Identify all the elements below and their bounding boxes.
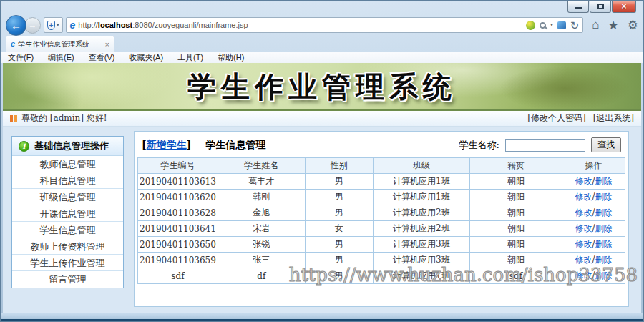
content-area: i 基础信息管理操作 教师信息管理科目信息管理班级信息管理开课信息管理学生信息管… xyxy=(3,127,641,313)
edit-link[interactable]: 修改 xyxy=(575,270,592,280)
cell-class: 计算机应用2班 xyxy=(373,205,469,221)
logout-link[interactable]: [退出系统] xyxy=(593,112,634,125)
delete-link[interactable]: 删除 xyxy=(595,208,612,218)
edit-link[interactable]: 修改 xyxy=(575,223,592,233)
table-row: 20190401103613葛丰才男计算机应用1班朝阳修改/删除 xyxy=(138,174,625,190)
student-table-body: 20190401103613葛丰才男计算机应用1班朝阳修改/删除20190401… xyxy=(138,174,625,284)
delete-link[interactable]: 删除 xyxy=(595,270,612,280)
settings-gear-icon[interactable]: ⚙ xyxy=(628,18,638,33)
sidebar-item[interactable]: 学生信息管理 xyxy=(12,222,123,238)
delete-link[interactable]: 删除 xyxy=(595,223,612,233)
cell-class: 计算机应用3班 xyxy=(373,237,469,253)
main-panel: [新增学生] 学生信息管理 学生名称: 查找 学生编号 xyxy=(134,131,629,307)
cell-class: 计算机应用2班 xyxy=(373,221,469,237)
toolbar-right-icons: ⌂ ★ ⚙ xyxy=(592,18,638,33)
menu-item-edit[interactable]: 编辑(E) xyxy=(48,52,74,63)
cell-name: 张锐 xyxy=(218,237,305,253)
delete-link[interactable]: 删除 xyxy=(595,176,612,186)
table-row: 20190401103659张三男计算机应用3班朝阳修改/删除 xyxy=(138,253,625,268)
panel-header: [新增学生] 学生信息管理 学生名称: 查找 xyxy=(135,132,628,157)
header-gender: 性别 xyxy=(305,158,373,174)
cell-name: 葛丰才 xyxy=(218,174,305,190)
header-student-name: 学生姓名 xyxy=(218,158,305,174)
cell-class: 计算机应用1班 xyxy=(373,190,469,205)
compatibility-button[interactable]: + ▾ xyxy=(44,17,63,33)
cell-gender: 女 xyxy=(305,221,373,237)
browser-tab[interactable]: e 学生作业信息管理系统 × xyxy=(6,36,114,52)
edit-link[interactable]: 修改 xyxy=(575,255,592,265)
cell-operations: 修改/删除 xyxy=(562,268,625,284)
search-label: 学生名称: xyxy=(459,139,499,152)
sidebar-item[interactable]: 教师信息管理 xyxy=(12,156,123,172)
delete-link[interactable]: 删除 xyxy=(595,192,612,202)
edit-link[interactable]: 修改 xyxy=(575,208,592,218)
sidebar-item[interactable]: 班级信息管理 xyxy=(12,189,123,205)
cell-origin: 朝阳 xyxy=(470,221,562,237)
back-button[interactable]: ← xyxy=(6,15,26,36)
sidebar-item[interactable]: 学生上传作业管理 xyxy=(12,255,123,271)
edit-link[interactable]: 修改 xyxy=(575,176,592,186)
cell-operations: 修改/删除 xyxy=(562,237,625,253)
add-student-link[interactable]: 新增学生 xyxy=(147,139,187,150)
search-dropdown-icon[interactable]: ▾ xyxy=(550,22,553,28)
tab-close-icon[interactable]: × xyxy=(105,40,109,49)
maximize-button[interactable] xyxy=(590,1,611,13)
search-group: 学生名称: 查找 xyxy=(459,137,621,152)
cell-id: sdf xyxy=(138,268,218,284)
address-bar[interactable]: e http://localhost:8080/zuoyeguanli/main… xyxy=(66,17,584,33)
student-table: 学生编号 学生姓名 性别 班级 籍贯 操作 20190401103613葛丰才男… xyxy=(137,157,625,284)
menu-item-tools[interactable]: 工具(T) xyxy=(177,52,203,63)
ie-favicon-icon: e xyxy=(11,40,15,48)
cell-origin: 朝阳 xyxy=(470,174,562,190)
header-class: 班级 xyxy=(373,158,469,174)
search-provider-icon[interactable] xyxy=(557,21,566,29)
menu-item-file[interactable]: 文件(F) xyxy=(8,52,34,63)
ie-logo-icon: e xyxy=(70,20,76,30)
search-icon[interactable] xyxy=(540,22,546,29)
minimize-button[interactable] xyxy=(567,1,589,13)
forward-button[interactable]: → xyxy=(24,17,41,34)
delete-link[interactable]: 删除 xyxy=(595,239,612,249)
cell-origin: 朝阳 xyxy=(470,205,562,221)
cell-gender: 男 xyxy=(305,205,373,221)
back-icon: ← xyxy=(11,19,21,31)
address-bar-icons: ▾ ↻ xyxy=(526,20,579,31)
delete-link[interactable]: 删除 xyxy=(595,255,612,265)
user-links: [修改个人密码] [退出系统] xyxy=(527,112,634,125)
table-header-row: 学生编号 学生姓名 性别 班级 籍贯 操作 xyxy=(138,158,625,174)
menu-item-favorites[interactable]: 收藏夹(A) xyxy=(129,52,163,63)
student-name-input[interactable] xyxy=(505,139,585,152)
sidebar-item[interactable]: 教师上传资料管理 xyxy=(12,238,123,255)
search-button[interactable]: 查找 xyxy=(591,137,621,152)
header-student-id: 学生编号 xyxy=(138,158,218,174)
edit-link[interactable]: 修改 xyxy=(575,192,592,202)
sidebar-item[interactable]: 开课信息管理 xyxy=(12,205,123,222)
site-banner: 学生作业管理系统 学生作业管理系统 xyxy=(3,63,641,111)
maximize-icon xyxy=(597,4,604,9)
sidebar-item[interactable]: 留言管理 xyxy=(12,271,123,288)
change-password-link[interactable]: [修改个人密码] xyxy=(527,112,585,125)
cell-name: df xyxy=(218,268,305,284)
url-host: localhost xyxy=(98,21,132,29)
sidebar-item[interactable]: 科目信息管理 xyxy=(12,172,123,189)
cell-class: 计算机应用1班 xyxy=(373,268,469,284)
welcome-bullet-icon xyxy=(10,115,13,122)
cell-origin: 朝阳 xyxy=(470,190,562,205)
cell-origin: sdf xyxy=(470,268,562,284)
table-row: 20190401103650张锐男计算机应用3班朝阳修改/删除 xyxy=(138,237,625,253)
menu-item-help[interactable]: 帮助(H) xyxy=(218,52,244,63)
cell-class: 计算机应用3班 xyxy=(373,253,469,268)
add-student-group: [新增学生] xyxy=(142,139,191,152)
refresh-icon[interactable]: ↻ xyxy=(570,20,580,31)
table-row: 20190401103628金旭男计算机应用2班朝阳修改/删除 xyxy=(138,205,625,221)
close-button[interactable]: × xyxy=(612,1,636,13)
edit-link[interactable]: 修改 xyxy=(575,239,592,249)
menu-item-view[interactable]: 查看(V) xyxy=(89,52,115,63)
table-row: 20190401103620韩刚男计算机应用1班朝阳修改/删除 xyxy=(138,190,625,205)
home-icon[interactable]: ⌂ xyxy=(592,18,599,32)
site-icon[interactable] xyxy=(526,21,535,30)
user-bar: 尊敬的 [admin] 您好! [修改个人密码] [退出系统] xyxy=(3,111,641,127)
url-path: :8080/zuoyeguanli/mainframe.jsp xyxy=(132,21,248,29)
close-icon: × xyxy=(621,2,626,11)
favorites-star-icon[interactable]: ★ xyxy=(608,18,619,33)
